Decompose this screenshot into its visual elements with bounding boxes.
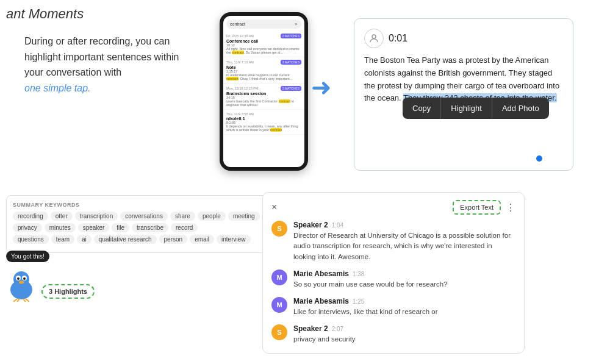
- keyword-transcription[interactable]: transcription: [75, 212, 118, 221]
- mascot-area: 3 Highlights: [6, 268, 128, 299]
- modal-close-button[interactable]: ×: [271, 202, 277, 213]
- keywords-card: SUMMARY KEYWORDS recording otter transcr…: [6, 195, 268, 253]
- keyword-people[interactable]: people: [198, 212, 226, 221]
- svg-line-8: [13, 299, 17, 302]
- keyword-record[interactable]: record: [171, 223, 198, 232]
- keyword-otter[interactable]: otter: [51, 212, 73, 221]
- modal-header: × Export Text ⋮: [271, 200, 515, 215]
- transcript-entry-3: M Marie Abesamis 1:25 Like for interview…: [271, 297, 515, 317]
- speaker-avatar-3: M: [271, 297, 287, 313]
- transcript-content-4: Speaker 2 2:07 privacy and security: [293, 324, 356, 344]
- keyword-team[interactable]: team: [51, 235, 74, 244]
- keyword-file[interactable]: file: [112, 223, 129, 232]
- cursor-dot: [536, 155, 542, 162]
- avatar: [364, 29, 384, 48]
- keyword-email[interactable]: email: [190, 235, 214, 244]
- phone-search-text: contract: [230, 22, 245, 26]
- phone-item-3[interactable]: Mon, 12/18 12:13 PM 2 MATCHES Brainstorm…: [223, 84, 304, 110]
- keyword-interview[interactable]: interview: [217, 235, 250, 244]
- speaker-line-4: Speaker 2 2:07: [293, 324, 356, 333]
- highlights-section: You got this!: [6, 250, 128, 299]
- highlight-button[interactable]: Highlight: [441, 98, 492, 119]
- keyword-privacy[interactable]: privacy: [13, 223, 42, 232]
- phone-item-1[interactable]: Fri, 2/23 12:38 AM 2 MATCHES Conference …: [223, 31, 304, 57]
- svg-point-0: [372, 35, 376, 38]
- keyword-person[interactable]: person: [159, 235, 188, 244]
- keyword-meeting[interactable]: meeting: [228, 212, 260, 221]
- svg-point-6: [23, 277, 26, 280]
- keywords-row-1: recording otter transcription conversati…: [13, 212, 262, 232]
- keyword-conversations[interactable]: conversations: [120, 212, 168, 221]
- left-text-block: During or after recording, you can highl…: [24, 34, 195, 96]
- export-text-button[interactable]: Export Text: [453, 200, 501, 215]
- speaker-avatar-4: S: [271, 324, 287, 340]
- speaker-avatar-1: S: [271, 221, 287, 237]
- keyword-share[interactable]: share: [170, 212, 195, 221]
- svg-point-5: [17, 277, 20, 280]
- transcript-text-4: privacy and security: [293, 334, 356, 344]
- text-panel: 0:01 The Boston Tea Party was a protest …: [354, 18, 573, 171]
- time-label: 0:01: [389, 33, 407, 44]
- keyword-minutes[interactable]: minutes: [45, 223, 76, 232]
- transcript-content-2: Marie Abesamis 1:38 So so your main use …: [293, 269, 448, 290]
- keyword-transcribe[interactable]: transcribe: [132, 223, 168, 232]
- phone-item-2[interactable]: Thu, 11/9 7:16 AM 3 MATCHES Note 1:15:17…: [223, 57, 304, 84]
- transcript-text-2: So so your main use case would be for re…: [293, 279, 448, 290]
- add-photo-button[interactable]: Add Photo: [492, 98, 549, 119]
- phone-item-4[interactable]: Thu, 11/9 3:56 AM nikolett 1 8:1:56 It d…: [223, 110, 304, 135]
- transcript-modal: × Export Text ⋮ S Speaker 2 1:04 Directo…: [262, 192, 525, 354]
- keyword-questions[interactable]: questions: [13, 235, 49, 244]
- keywords-row-2: questions team ai qualitative research p…: [13, 235, 262, 244]
- bottom-section: SUMMARY KEYWORDS recording otter transcr…: [0, 183, 610, 364]
- keyword-speaker[interactable]: speaker: [78, 223, 110, 232]
- keywords-label: SUMMARY KEYWORDS: [13, 202, 262, 208]
- more-options-button[interactable]: ⋮: [506, 202, 515, 213]
- keyword-ai[interactable]: ai: [77, 235, 92, 244]
- svg-point-2: [13, 271, 29, 287]
- svg-line-11: [26, 299, 29, 302]
- transcript-text-1: Director of Research at University of Ch…: [293, 230, 515, 262]
- speaker-line-3: Marie Abesamis 1:25: [293, 297, 438, 305]
- highlights-badge[interactable]: 3 Highlights: [41, 284, 95, 299]
- speaker-avatar-2: M: [271, 269, 287, 285]
- arrow-icon: ➜: [311, 73, 332, 101]
- transcript-text-3: Like for interviews, like that kind of r…: [293, 307, 438, 317]
- page-title: ant Moments: [6, 6, 84, 22]
- transcript-entry-4: S Speaker 2 2:07 privacy and security: [271, 324, 515, 344]
- transcript-entry-2: M Marie Abesamis 1:38 So so your main us…: [271, 269, 515, 290]
- text-panel-header: 0:01: [364, 29, 563, 48]
- keyword-recording[interactable]: recording: [13, 212, 48, 221]
- top-section: ant Moments During or after recording, y…: [0, 0, 610, 183]
- transcript-entry-1: S Speaker 2 1:04 Director of Research at…: [271, 221, 515, 262]
- mascot-icon: [6, 268, 37, 299]
- phone-mockup: contract × Fri, 2/23 12:38 AM 2 MATCHES …: [220, 12, 308, 171]
- transcript-content-3: Marie Abesamis 1:25 Like for interviews,…: [293, 297, 438, 317]
- italic-description: one simple tap.: [24, 83, 91, 93]
- copy-button[interactable]: Copy: [403, 98, 441, 119]
- you-got-this-bubble: You got this!: [6, 251, 49, 262]
- phone-search-bar: contract ×: [226, 20, 301, 29]
- keyword-qualitative-research[interactable]: qualitative research: [94, 235, 157, 244]
- transcript-content-1: Speaker 2 1:04 Director of Research at U…: [293, 221, 515, 262]
- speaker-line-1: Speaker 2 1:04: [293, 221, 515, 229]
- modal-actions: Export Text ⋮: [453, 200, 515, 215]
- context-menu: Copy Highlight Add Photo: [403, 98, 549, 119]
- main-description: During or after recording, you can highl…: [24, 36, 179, 77]
- speaker-line-2: Marie Abesamis 1:38: [293, 269, 448, 278]
- svg-point-7: [19, 281, 24, 284]
